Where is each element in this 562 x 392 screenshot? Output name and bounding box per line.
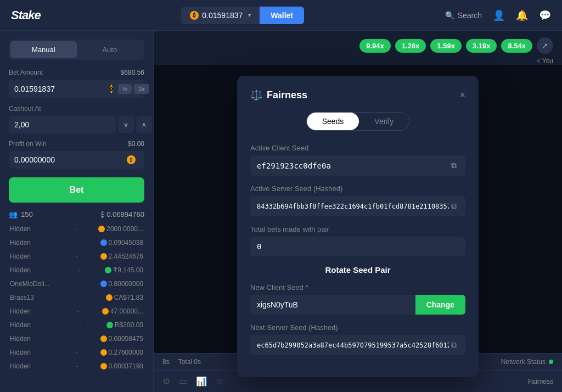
bell-icon-button[interactable]: 🔔 (516, 9, 528, 21)
bet-amount: ₹9,145.00 (105, 266, 143, 274)
star-icon-button[interactable]: ☆ (216, 376, 223, 387)
balance-button[interactable]: ₿ 0.01591837 ▾ (181, 7, 260, 24)
expand-icon-button[interactable]: ↗ (537, 37, 553, 54)
profit-input[interactable] (14, 155, 127, 164)
chevron-down-icon: ▾ (248, 12, 251, 18)
modal-header: ⚖️ Fairness × (250, 89, 465, 101)
total-bets-label: Total bets made with pair (250, 225, 465, 233)
bet-dash: - (76, 349, 78, 356)
bet-user: Hidden (10, 239, 54, 247)
tab-manual[interactable]: Manual (10, 41, 77, 58)
list-item: Hidden - 2000.0000... (9, 223, 144, 235)
wallet-button[interactable]: Wallet (260, 7, 304, 24)
bet-value: 47.00000... (110, 307, 143, 315)
bet-dash: - (77, 307, 79, 315)
bet-user: Hidden (10, 225, 54, 233)
left-panel: Manual Auto Bet Amount $680.56 ₿ ½ 2x Ca… (0, 31, 154, 392)
modal-tabs: Seeds Verify (306, 112, 410, 131)
next-server-seed-input[interactable] (257, 341, 449, 349)
copy-client-seed-button[interactable]: ⧉ (449, 161, 459, 170)
cashout-label: Cashout At (9, 105, 41, 113)
bet-dash: - (78, 294, 81, 301)
new-client-seed-input[interactable] (250, 295, 415, 315)
bet-coin (106, 322, 113, 328)
list-item: OneMioDoll... - 0.80000000 (9, 278, 144, 290)
active-client-seed-label: Active Client Seed (250, 144, 465, 152)
bet-coin (100, 239, 107, 246)
bottom-right: Network Status (501, 358, 553, 366)
header-center: ₿ 0.01591837 ▾ Wallet (181, 7, 304, 24)
bet-list: Hidden - 2000.0000... Hidden - 0.0904503… (9, 223, 144, 372)
tab-verify[interactable]: Verify (359, 113, 409, 130)
bet-coin (100, 281, 107, 287)
bet-value: 0.09045038 (109, 239, 143, 247)
you-label: < You (154, 57, 562, 65)
next-server-seed-label: Next Server Seed (Hashed) (250, 323, 465, 332)
bet-value: 0.00058475 (109, 335, 143, 343)
list-item: Hidden - 0.00058475 (9, 333, 144, 345)
cashout-input[interactable] (9, 116, 116, 133)
bet-user: OneMioDoll... (10, 280, 54, 288)
bet-user: Hidden (10, 266, 54, 274)
search-button[interactable]: 🔍 Search (445, 11, 482, 20)
search-icon: 🔍 (445, 11, 454, 20)
half-button[interactable]: ½ (118, 84, 132, 94)
bet-amount: R$200.00 (106, 321, 143, 329)
bet-user: Brass13 (10, 294, 54, 301)
profit-input-wrap: ₿ (9, 151, 144, 169)
bet-amount-row: Bet Amount $680.56 (9, 69, 144, 76)
bet-amount: 2.44524676 (100, 253, 143, 260)
bet-user: Hidden (10, 307, 54, 315)
multiplier-badge-5: 8.54x (501, 39, 532, 53)
bet-amount: CA$71.83 (106, 294, 143, 301)
list-item: Hidden - ₹9,145.00 (9, 264, 144, 276)
main-layout: Manual Auto Bet Amount $680.56 ₿ ½ 2x Ca… (0, 31, 562, 392)
bet-value: 2000.0000... (106, 225, 143, 233)
bet-coin (102, 308, 109, 315)
stats-row: 👥 150 ₿ 0.06894760 (9, 210, 144, 219)
multiplier-badge-4: 3.19x (466, 39, 497, 53)
bet-amount: 47.00000... (102, 307, 143, 315)
profit-label: Profit on Win (9, 140, 47, 148)
bet-button[interactable]: Bet (9, 177, 144, 203)
header: Stake ₿ 0.01591837 ▾ Wallet 🔍 Search 👤 🔔… (0, 0, 562, 31)
change-button[interactable]: Change (415, 295, 465, 315)
double-button[interactable]: 2x (134, 84, 149, 94)
profit-value: $0.00 (128, 140, 144, 148)
layout-icon-button[interactable]: ▭ (179, 376, 187, 387)
modal-title-text: Fairness (267, 89, 307, 101)
cashout-up-button[interactable]: ∧ (136, 116, 152, 133)
chat-icon-button[interactable]: 💬 (539, 9, 551, 21)
balance-value: 0.01591837 (202, 11, 243, 20)
chart-icon-button[interactable]: 📊 (196, 376, 207, 387)
list-item: Hidden - 0.09045038 (9, 237, 144, 249)
tab-seeds[interactable]: Seeds (307, 113, 359, 130)
multiplier-bar: 9.94x 1.26x 1.59x 3.19x 8.54x ↗ (154, 31, 562, 60)
fairness-link[interactable]: Fairness (528, 378, 553, 385)
coin-small-icon: ₿ (101, 210, 105, 219)
bet-amount: 0.00058475 (100, 335, 143, 343)
game-area: ⚖️ Fairness × Seeds Verify Active Client… (154, 65, 562, 353)
bet-amount-input[interactable] (14, 85, 110, 93)
active-server-seed-row: ⧉ (250, 196, 465, 216)
active-client-seed-input[interactable] (257, 161, 449, 170)
stats-left: 👥 150 (9, 210, 33, 219)
bet-coin (100, 253, 107, 260)
active-server-seed-input[interactable] (257, 203, 449, 210)
bet-amount: 2000.0000... (98, 225, 143, 233)
profit-row-label: Profit on Win $0.00 (9, 140, 144, 148)
multiplier-badge-1: 9.94x (359, 39, 391, 53)
settings-icon-button[interactable]: ⚙ (162, 376, 170, 387)
copy-next-seed-button[interactable]: ⧉ (449, 340, 459, 350)
cashout-down-button[interactable]: ∨ (118, 116, 134, 133)
list-item: Brass13 - CA$71.83 (9, 292, 144, 304)
bottom-left: 8s Total 0s (162, 358, 201, 366)
new-client-seed-label: New Client Seed * (250, 283, 465, 292)
user-icon-button[interactable]: 👤 (493, 9, 505, 21)
copy-server-seed-button[interactable]: ⧉ (449, 201, 459, 211)
tab-auto[interactable]: Auto (77, 41, 143, 58)
bet-dash: - (76, 253, 78, 260)
total-bets-input[interactable] (257, 242, 459, 251)
modal-close-button[interactable]: × (459, 89, 465, 101)
stats-count: 150 (21, 210, 33, 219)
